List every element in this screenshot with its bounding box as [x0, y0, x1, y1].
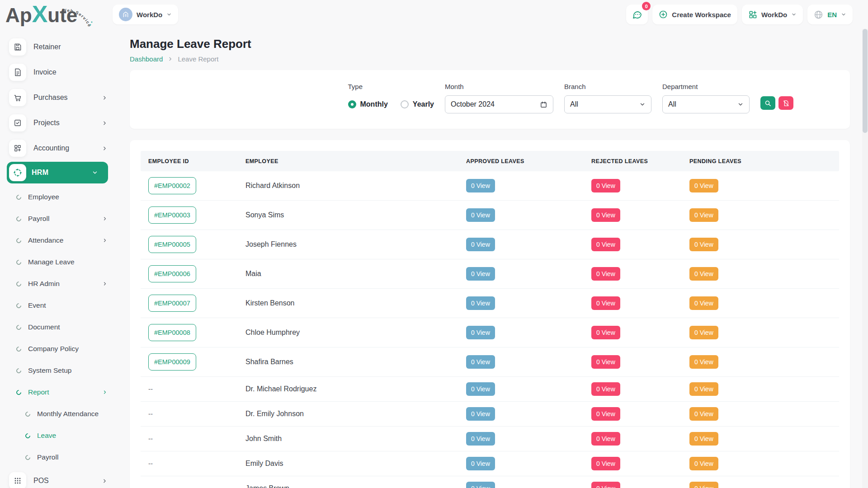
pending-leaves-view-button[interactable]: 0 View: [689, 326, 718, 339]
search-icon: [764, 100, 771, 107]
column-header: PENDING LEAVES: [689, 158, 831, 164]
language-selector[interactable]: EN: [807, 5, 853, 24]
sidebar-item-pos[interactable]: POS: [0, 468, 118, 488]
employee-id-badge[interactable]: #EMP00007: [148, 295, 196, 312]
rejected-leaves-view-button[interactable]: 0 View: [591, 326, 620, 339]
pending-leaves-view-button[interactable]: 0 View: [689, 179, 718, 192]
pending-leaves-view-button[interactable]: 0 View: [689, 296, 718, 310]
sidebar-item-monthly-attendance[interactable]: Monthly Attendance: [0, 403, 118, 425]
sidebar-item-employee[interactable]: Employee: [0, 186, 118, 208]
pending-leaves-view-button[interactable]: 0 View: [689, 482, 718, 488]
rejected-leaves-view-button[interactable]: 0 View: [591, 457, 620, 470]
employee-id-badge[interactable]: #EMP00009: [148, 353, 196, 371]
pending-leaves-view-button[interactable]: 0 View: [689, 407, 718, 421]
rejected-leaves-view-button[interactable]: 0 View: [591, 482, 620, 488]
pos-dots-icon: [13, 476, 22, 485]
search-button[interactable]: [760, 96, 775, 110]
chevron-down-icon: [639, 101, 646, 108]
rejected-leaves-view-button[interactable]: 0 View: [591, 238, 620, 251]
approved-leaves-view-button[interactable]: 0 View: [466, 238, 495, 251]
rejected-leaves-view-button[interactable]: 0 View: [591, 296, 620, 310]
rejected-leaves-view-button[interactable]: 0 View: [591, 407, 620, 421]
sidebar-item-label: HRM: [32, 169, 86, 177]
bullet-icon: [24, 432, 32, 439]
approved-leaves-view-button[interactable]: 0 View: [466, 457, 495, 470]
page-scrollbar[interactable]: [862, 29, 868, 488]
sidebar-item-hrm-active[interactable]: HRM: [7, 162, 108, 183]
employee-id-badge[interactable]: #EMP00002: [148, 177, 196, 194]
pending-leaves-view-button[interactable]: 0 View: [689, 382, 718, 396]
approved-leaves-view-button[interactable]: 0 View: [466, 382, 495, 396]
pending-leaves-view-button[interactable]: 0 View: [689, 238, 718, 251]
approved-leaves-view-button[interactable]: 0 View: [466, 482, 495, 488]
sidebar-item-company-policy[interactable]: Company Policy: [0, 338, 118, 360]
breadcrumb-dashboard-link[interactable]: Dashboard: [130, 55, 163, 63]
grid-plus-icon: [748, 10, 757, 19]
approved-leaves-view-button[interactable]: 0 View: [466, 407, 495, 421]
leave-report-table-card: EMPLOYEE IDEMPLOYEEAPPROVED LEAVESREJECT…: [130, 140, 850, 488]
approved-leaves-view-button[interactable]: 0 View: [466, 355, 495, 369]
employee-id-badge[interactable]: #EMP00005: [148, 236, 196, 253]
employee-id-badge[interactable]: #EMP00008: [148, 324, 196, 341]
sidebar-item-purchases[interactable]: Purchases: [0, 85, 118, 110]
cart-icon: [13, 93, 22, 102]
clear-filter-icon: [783, 100, 789, 107]
sidebar-item-manage-leave[interactable]: Manage Leave: [0, 251, 118, 273]
app-menu-button[interactable]: WorkDo: [742, 5, 803, 24]
chevron-down-icon: [737, 101, 744, 108]
chevron-right-icon: [102, 120, 108, 126]
sidebar-item-system-setup[interactable]: System Setup: [0, 360, 118, 381]
approved-leaves-view-button[interactable]: 0 View: [466, 208, 495, 222]
sidebar-item-report-active[interactable]: Report: [0, 381, 118, 403]
create-workspace-button[interactable]: Create Workspace: [652, 5, 737, 24]
sidebar-item-retainer[interactable]: Retainer: [0, 34, 118, 60]
pending-leaves-view-button[interactable]: 0 View: [689, 457, 718, 470]
approved-leaves-view-button[interactable]: 0 View: [466, 326, 495, 339]
messages-button[interactable]: 0: [626, 5, 648, 24]
sidebar-item-document[interactable]: Document: [0, 316, 118, 338]
pending-leaves-view-button[interactable]: 0 View: [689, 355, 718, 369]
sidebar-item-event[interactable]: Event: [0, 295, 118, 316]
table-row: --James Brown0 View0 View0 View: [141, 476, 839, 488]
sidebar-item-leave-active[interactable]: Leave: [0, 425, 118, 446]
rejected-leaves-view-button[interactable]: 0 View: [591, 432, 620, 446]
column-header: EMPLOYEE ID: [148, 158, 245, 164]
employee-id-badge[interactable]: #EMP00006: [148, 265, 196, 282]
sidebar-item-projects[interactable]: Projects: [0, 110, 118, 136]
employee-name: Emily Davis: [245, 460, 466, 468]
monthly-radio[interactable]: Monthly: [348, 100, 388, 108]
sidebar-item-hr-admin[interactable]: HR Admin: [0, 273, 118, 295]
rejected-leaves-view-button[interactable]: 0 View: [591, 355, 620, 369]
pending-leaves-view-button[interactable]: 0 View: [689, 267, 718, 281]
reset-filter-button[interactable]: [778, 96, 793, 110]
invoice-icon: [13, 68, 22, 77]
branch-select[interactable]: All: [564, 95, 651, 113]
check-square-icon: [13, 118, 22, 127]
rejected-leaves-view-button[interactable]: 0 View: [591, 267, 620, 281]
yearly-radio[interactable]: Yearly: [401, 100, 434, 108]
employee-id-empty: --: [148, 385, 153, 393]
brand-logo: ApXute Web Services: [5, 0, 97, 28]
month-input[interactable]: October 2024: [445, 95, 553, 113]
approved-leaves-view-button[interactable]: 0 View: [466, 179, 495, 192]
department-select[interactable]: All: [662, 95, 750, 113]
scrollbar-thumb[interactable]: [863, 29, 868, 133]
approved-leaves-view-button[interactable]: 0 View: [466, 432, 495, 446]
sidebar-item-invoice[interactable]: Invoice: [0, 60, 118, 85]
table-row: --John Smith0 View0 View0 View: [141, 427, 839, 451]
sidebar-item-attendance[interactable]: Attendance: [0, 230, 118, 251]
pending-leaves-view-button[interactable]: 0 View: [689, 432, 718, 446]
sidebar-item-payroll[interactable]: Payroll: [0, 208, 118, 230]
approved-leaves-view-button[interactable]: 0 View: [466, 296, 495, 310]
workspace-switcher[interactable]: WorkDo: [113, 5, 178, 24]
rejected-leaves-view-button[interactable]: 0 View: [591, 382, 620, 396]
employee-name: Richard Atkinson: [245, 182, 466, 190]
sidebar-item-accounting[interactable]: Accounting: [0, 136, 118, 161]
approved-leaves-view-button[interactable]: 0 View: [466, 267, 495, 281]
rejected-leaves-view-button[interactable]: 0 View: [591, 208, 620, 222]
rejected-leaves-view-button[interactable]: 0 View: [591, 179, 620, 192]
sidebar-item-report-payroll[interactable]: Payroll: [0, 446, 118, 468]
employee-id-empty: --: [148, 410, 153, 418]
pending-leaves-view-button[interactable]: 0 View: [689, 208, 718, 222]
employee-id-badge[interactable]: #EMP00003: [148, 206, 196, 224]
